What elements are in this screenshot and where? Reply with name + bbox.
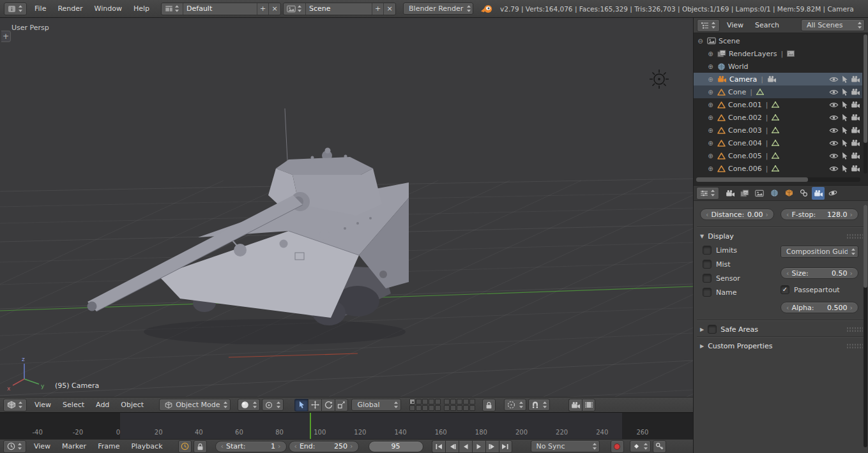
layer-toggle[interactable] <box>463 405 469 411</box>
outliner-menu-view[interactable]: View <box>721 20 749 31</box>
expand-toggle-icon[interactable]: ⊕ <box>706 50 715 57</box>
outliner-display-mode-dropdown[interactable]: All Scenes <box>801 19 865 31</box>
properties-tab-object-data[interactable] <box>812 187 825 200</box>
toolshelf-expand-button[interactable]: + <box>1 31 11 42</box>
visibility-toggle-eye-icon[interactable] <box>829 76 839 83</box>
draw-size-field[interactable]: Size: 0.50 <box>780 267 858 279</box>
selectability-toggle-cursor-icon[interactable] <box>841 152 848 160</box>
custom-properties-panel-header[interactable]: ▶ Custom Properties <box>700 340 863 352</box>
selectability-toggle-cursor-icon[interactable] <box>841 139 848 147</box>
scale-manipulator-button[interactable] <box>335 399 348 412</box>
layer-toggle[interactable] <box>435 399 441 405</box>
playback-next-keyframe-button[interactable] <box>485 440 499 453</box>
timeline-menu-marker[interactable]: Marker <box>56 441 92 452</box>
playback-play-reverse-button[interactable] <box>459 440 472 453</box>
timeline-ruler[interactable]: -40-200204060801001201401601802002202402… <box>0 412 693 439</box>
layer-toggle[interactable] <box>429 405 434 411</box>
outliner-vertical-scrollbar[interactable] <box>864 34 867 174</box>
frame-end-field[interactable]: End: 250 <box>289 441 359 452</box>
menu-file[interactable]: File <box>29 3 52 14</box>
renderability-toggle-camera-icon[interactable] <box>851 75 860 83</box>
outliner-row-world[interactable]: ⊕World <box>694 60 862 73</box>
outliner-row-cone[interactable]: ⊕Cone| <box>694 85 862 98</box>
delete-scene-button[interactable]: × <box>384 3 395 15</box>
editor-type-info-button[interactable] <box>4 3 27 15</box>
transform-orientation-dropdown[interactable]: Global <box>351 399 401 411</box>
outliner-menu-search[interactable]: Search <box>749 20 785 31</box>
menu-help[interactable]: Help <box>128 3 155 14</box>
editor-type-3dview-button[interactable] <box>3 399 27 412</box>
outliner-row-camera[interactable]: ⊕Camera| <box>694 73 862 85</box>
snap-dropdown[interactable] <box>528 399 550 411</box>
menu-window[interactable]: Window <box>89 3 128 14</box>
properties-tab-render-layers[interactable] <box>738 187 751 200</box>
render-engine-dropdown[interactable]: Blender Render <box>403 3 473 15</box>
selectability-toggle-cursor-icon[interactable] <box>841 165 848 172</box>
3d-viewport[interactable]: z y x User Persp + (95) Camera ViewSelec… <box>0 18 693 412</box>
selectability-toggle-cursor-icon[interactable] <box>841 101 848 108</box>
outliner-row-scene[interactable]: ⊖Scene <box>694 34 862 47</box>
playback-jump-end-button[interactable] <box>499 440 512 453</box>
mist-checkbox[interactable] <box>703 260 712 269</box>
passepartout-alpha-field[interactable]: Alpha: 0.500 <box>780 302 858 313</box>
layer-toggle[interactable] <box>450 405 456 411</box>
properties-tab-physics[interactable] <box>826 187 839 200</box>
renderability-toggle-camera-icon[interactable] <box>851 88 860 96</box>
renderability-toggle-camera-icon[interactable] <box>851 165 860 172</box>
rotate-manipulator-button[interactable] <box>321 399 335 412</box>
timeline-menu-frame[interactable]: Frame <box>92 441 125 452</box>
pivot-point-dropdown[interactable] <box>262 399 284 411</box>
renderability-toggle-camera-icon[interactable] <box>851 152 860 160</box>
display-panel-header[interactable]: ▼ Display <box>700 230 863 242</box>
expand-toggle-icon[interactable]: ⊕ <box>706 101 715 108</box>
expand-toggle-icon[interactable]: ⊕ <box>706 63 715 70</box>
layer-toggle[interactable] <box>429 399 434 405</box>
layer-toggle[interactable] <box>469 399 475 405</box>
layer-toggle[interactable] <box>416 399 422 405</box>
expand-toggle-icon[interactable]: ⊖ <box>696 38 704 45</box>
layer-toggle[interactable] <box>416 405 422 411</box>
screen-layout-name-field[interactable]: Default <box>183 3 257 15</box>
scene-name-field[interactable]: Scene <box>306 3 372 15</box>
viewport-menu-view[interactable]: View <box>29 399 57 410</box>
layer-toggle[interactable] <box>409 399 415 405</box>
layer-toggle[interactable] <box>463 399 469 405</box>
visibility-toggle-eye-icon[interactable] <box>829 114 839 121</box>
browse-scenes-button[interactable] <box>284 3 306 15</box>
opengl-render-animation-button[interactable] <box>582 399 595 412</box>
viewport-shading-dropdown[interactable] <box>238 399 260 411</box>
outliner-row-cone-004[interactable]: ⊕Cone.004| <box>694 137 862 149</box>
delete-screen-layout-button[interactable]: × <box>269 3 280 15</box>
playback-play-button[interactable] <box>472 440 485 453</box>
tank-model[interactable] <box>88 108 409 345</box>
expand-toggle-icon[interactable]: ⊕ <box>706 89 715 96</box>
layer-toggle[interactable] <box>422 399 428 405</box>
outliner-row-cone-005[interactable]: ⊕Cone.005| <box>694 149 862 162</box>
layer-toggle[interactable] <box>435 405 441 411</box>
safe-areas-panel-header[interactable]: ▶ Safe Areas <box>700 323 863 335</box>
add-screen-layout-button[interactable]: + <box>257 3 269 15</box>
renderability-toggle-camera-icon[interactable] <box>851 139 860 147</box>
viewport-menu-select[interactable]: Select <box>57 399 90 410</box>
expand-toggle-icon[interactable]: ⊕ <box>706 76 715 83</box>
expand-toggle-icon[interactable]: ⊕ <box>706 127 715 134</box>
outliner-row-cone-006[interactable]: ⊕Cone.006| <box>694 162 862 175</box>
outliner-row-cone-003[interactable]: ⊕Cone.003| <box>694 124 862 137</box>
use-preview-range-toggle[interactable] <box>178 440 192 453</box>
viewport-canvas[interactable]: z y x <box>0 18 693 397</box>
playback-prev-keyframe-button[interactable] <box>445 440 459 453</box>
visibility-toggle-eye-icon[interactable] <box>829 101 839 108</box>
sensor-checkbox[interactable] <box>703 274 712 283</box>
translate-manipulator-button[interactable] <box>308 399 321 412</box>
add-scene-button[interactable]: + <box>372 3 384 15</box>
proportional-edit-dropdown[interactable] <box>504 399 526 411</box>
selectability-toggle-cursor-icon[interactable] <box>841 114 848 121</box>
layer-toggle[interactable] <box>457 405 462 411</box>
layer-toggle[interactable] <box>444 405 450 411</box>
dof-fstop-field[interactable]: F-stop: 128.0 <box>780 209 858 220</box>
safe-areas-checkbox[interactable] <box>708 325 717 334</box>
opengl-render-image-button[interactable] <box>568 399 582 412</box>
selectability-toggle-cursor-icon[interactable] <box>841 75 848 83</box>
current-frame-line[interactable] <box>310 413 311 439</box>
layer-toggle[interactable] <box>409 405 415 411</box>
